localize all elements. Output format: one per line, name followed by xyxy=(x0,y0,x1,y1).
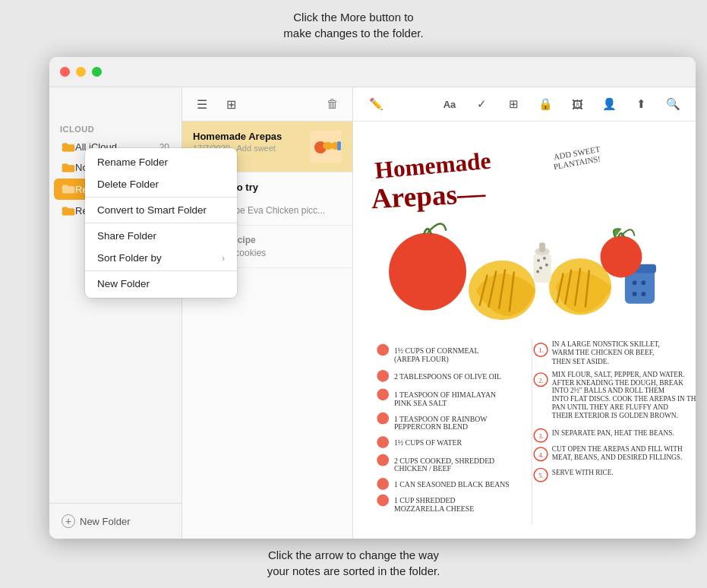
close-button[interactable] xyxy=(60,67,70,77)
svg-text:INTO 2½" BALLS AND ROLL THEM: INTO 2½" BALLS AND ROLL THEM xyxy=(552,387,664,394)
svg-text:AFTER KNEADING THE DOUGH, BREA: AFTER KNEADING THE DOUGH, BREAK xyxy=(552,379,683,387)
svg-text:SERVE WITH RICE.: SERVE WITH RICE. xyxy=(552,469,614,476)
svg-point-49 xyxy=(377,454,389,466)
table-button[interactable]: ⊞ xyxy=(503,93,524,115)
svg-text:CHICKEN / BEEF: CHICKEN / BEEF xyxy=(394,464,452,473)
svg-text:THEIR EXTERIOR IS GOLDEN BROWN: THEIR EXTERIOR IS GOLDEN BROWN. xyxy=(552,412,678,419)
context-menu-separator xyxy=(85,197,237,198)
svg-text:2.: 2. xyxy=(538,377,544,384)
maximize-button[interactable] xyxy=(92,67,102,77)
lock-button[interactable]: 🔒 xyxy=(535,93,556,115)
app-window: iCloud All iCloud 20 Notes 17 xyxy=(49,57,696,539)
notes-list-toolbar: ☰ ⊞ 🗑 xyxy=(182,87,352,122)
svg-point-36 xyxy=(377,344,389,356)
folder-icon xyxy=(62,142,75,153)
svg-text:2 TABLESPOONS OF OLIVE OIL: 2 TABLESPOONS OF OLIVE OIL xyxy=(394,372,501,381)
avatar-button[interactable]: 👤 xyxy=(598,93,620,115)
grid-view-button[interactable]: ⊞ xyxy=(220,93,241,115)
note-thumbnail xyxy=(310,131,342,163)
svg-text:MIX FLOUR, SALT, PEPPER, AND W: MIX FLOUR, SALT, PEPPER, AND WATER. xyxy=(552,371,685,378)
plus-icon: + xyxy=(62,514,75,528)
context-menu-separator-3 xyxy=(85,270,237,271)
svg-rect-23 xyxy=(539,242,545,252)
sidebar-section-label: iCloud xyxy=(49,122,181,137)
svg-point-47 xyxy=(377,436,389,448)
context-menu-item-rename[interactable]: Rename Folder xyxy=(85,151,237,173)
svg-text:1½ CUPS OF CORNMEAL: 1½ CUPS OF CORNMEAL xyxy=(394,346,479,355)
svg-text:4.: 4. xyxy=(538,451,544,459)
svg-point-32 xyxy=(641,280,645,285)
svg-text:2 CUPS COOKED, SHREDDED: 2 CUPS COOKED, SHREDDED xyxy=(394,457,494,465)
folder-icon xyxy=(62,163,75,173)
svg-point-33 xyxy=(633,292,637,296)
svg-text:PAN UNTIL THEY ARE FLUFFY AND: PAN UNTIL THEY ARE FLUFFY AND xyxy=(552,403,668,411)
photo-button[interactable]: 🖼 xyxy=(567,93,588,115)
svg-point-27 xyxy=(545,264,548,267)
sidebar-footer: + New Folder xyxy=(49,503,181,539)
svg-point-41 xyxy=(377,388,389,400)
svg-point-39 xyxy=(377,370,389,382)
svg-text:1 TEASPOON OF HIMALAYAN: 1 TEASPOON OF HIMALAYAN xyxy=(394,390,496,399)
context-menu-item-delete[interactable]: Delete Folder xyxy=(85,173,237,195)
context-menu: Rename Folder Delete Folder Convert to S… xyxy=(85,148,237,298)
context-menu-item-sort[interactable]: Sort Folder by › xyxy=(85,247,237,269)
font-button[interactable]: Aa xyxy=(439,93,460,115)
svg-point-28 xyxy=(536,270,539,273)
svg-point-25 xyxy=(543,257,546,260)
svg-text:INTO FLAT DISCS. COOK THE AREP: INTO FLAT DISCS. COOK THE AREPAS IN THE xyxy=(552,395,696,403)
submenu-arrow-icon: › xyxy=(222,254,225,263)
svg-text:MOZZARELLA CHEESE: MOZZARELLA CHEESE xyxy=(394,504,474,513)
minimize-button[interactable] xyxy=(76,67,86,77)
titlebar xyxy=(49,57,696,87)
note-content-toolbar: ✏️ Aa ✓ ⊞ 🔒 🖼 👤 ⬆ 🔍 xyxy=(353,87,696,122)
folder-icon xyxy=(62,184,75,194)
context-menu-item-share[interactable]: Share Folder xyxy=(85,225,237,247)
share-button[interactable]: ⬆ xyxy=(630,93,652,115)
compose-button[interactable]: ✏️ xyxy=(365,93,387,115)
svg-text:1 TEASPOON OF RAINBOW: 1 TEASPOON OF RAINBOW xyxy=(394,415,488,423)
note-title: Homemade Arepas xyxy=(193,131,304,142)
svg-text:CUT OPEN THE AREPAS AND FILL W: CUT OPEN THE AREPAS AND FILL WITH xyxy=(552,445,683,453)
svg-text:5.: 5. xyxy=(538,472,544,479)
svg-point-35 xyxy=(601,236,642,277)
note-content-panel: ✏️ Aa ✓ ⊞ 🔒 🖼 👤 ⬆ 🔍 Homemade Arepas— xyxy=(353,87,696,539)
svg-point-44 xyxy=(377,413,389,425)
svg-text:PINK SEA SALT: PINK SEA SALT xyxy=(394,399,447,407)
folder-icon xyxy=(62,206,75,217)
svg-point-10 xyxy=(389,233,466,311)
annotation-top: Click the More button to make changes to… xyxy=(0,0,707,47)
new-folder-label: New Folder xyxy=(80,516,130,527)
list-view-button[interactable]: ☰ xyxy=(191,93,213,115)
svg-text:1 CAN SEASONED BLACK BEANS: 1 CAN SEASONED BLACK BEANS xyxy=(394,480,510,488)
svg-text:1 CUP SHREDDED: 1 CUP SHREDDED xyxy=(394,496,456,504)
svg-text:THEN SET ASIDE.: THEN SET ASIDE. xyxy=(552,358,609,365)
svg-text:(AREPA FLOUR): (AREPA FLOUR) xyxy=(394,355,449,364)
svg-point-34 xyxy=(641,292,645,296)
context-menu-separator-2 xyxy=(85,223,237,223)
svg-text:MEAT, BEANS, AND DESIRED FILLI: MEAT, BEANS, AND DESIRED FILLINGS. xyxy=(552,454,683,461)
delete-note-button[interactable]: 🗑 xyxy=(322,93,343,115)
svg-text:1.: 1. xyxy=(538,346,544,354)
svg-text:WARM THE CHICKEN OR BEEF,: WARM THE CHICKEN OR BEEF, xyxy=(552,349,655,356)
annotation-bottom: Click the arrow to change the way your n… xyxy=(0,541,707,588)
svg-text:IN A LARGE NONSTICK SKILLET,: IN A LARGE NONSTICK SKILLET, xyxy=(552,340,660,348)
svg-rect-4 xyxy=(337,141,341,150)
svg-text:IN SEPARATE PAN, HEAT THE BEAN: IN SEPARATE PAN, HEAT THE BEANS. xyxy=(552,429,674,437)
new-folder-button[interactable]: + New Folder xyxy=(57,511,174,531)
recipe-illustration: Homemade Arepas— ADD SWEET PLANTAINS! xyxy=(353,122,696,539)
svg-point-26 xyxy=(539,267,542,270)
search-button[interactable]: 🔍 xyxy=(662,93,683,115)
note-content-area: Homemade Arepas— ADD SWEET PLANTAINS! xyxy=(353,122,696,539)
svg-text:1½ CUPS OF WATER: 1½ CUPS OF WATER xyxy=(394,438,462,447)
traffic-lights xyxy=(60,67,102,77)
svg-point-24 xyxy=(537,259,540,262)
svg-point-31 xyxy=(633,280,637,285)
checklist-button[interactable]: ✓ xyxy=(471,93,492,115)
svg-text:PEPPERCORN BLEND: PEPPERCORN BLEND xyxy=(394,422,468,431)
context-menu-item-new-folder[interactable]: New Folder xyxy=(85,273,237,295)
svg-text:3.: 3. xyxy=(538,432,544,440)
svg-point-54 xyxy=(377,495,389,507)
context-menu-item-convert[interactable]: Convert to Smart Folder xyxy=(85,199,237,221)
svg-point-52 xyxy=(377,478,389,490)
svg-text:Arepas—: Arepas— xyxy=(371,177,487,214)
